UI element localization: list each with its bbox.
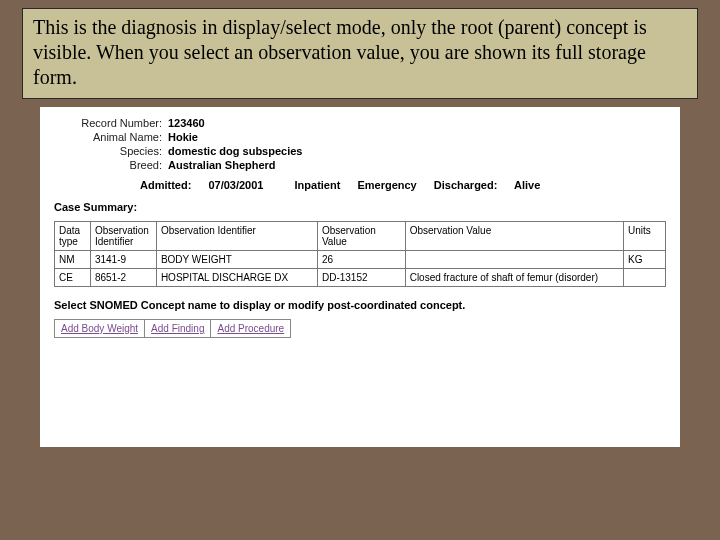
animal-name-label: Animal Name: — [60, 131, 168, 143]
post-coordination-instruction: Select SNOMED Concept name to display or… — [54, 299, 666, 311]
discharged-value: Alive — [514, 179, 540, 191]
caption-text: This is the diagnosis in display/select … — [33, 16, 647, 88]
add-body-weight-link[interactable]: Add Body Weight — [61, 323, 138, 334]
record-meta: Record Number: 123460 Animal Name: Hokie… — [60, 117, 666, 171]
col-header-data-type: Data type — [55, 222, 91, 251]
discharged-pair: Discharged: Alive — [434, 179, 555, 191]
cell-obs-id: 3141-9 — [90, 251, 156, 269]
cell-data-type: NM — [55, 251, 91, 269]
cell-obs-id-name: HOSPITAL DISCHARGE DX — [156, 269, 317, 287]
record-number-value: 123460 — [168, 117, 205, 129]
admitted-value: 07/03/2001 — [208, 179, 263, 191]
case-summary-heading: Case Summary: — [54, 201, 666, 213]
cell-obs-value-name[interactable]: Closed fracture of shaft of femur (disor… — [405, 269, 623, 287]
cell-obs-value[interactable]: 26 — [317, 251, 405, 269]
admitted-label: Admitted: — [140, 179, 191, 191]
cell-obs-value-name[interactable] — [405, 251, 623, 269]
meta-row-breed: Breed: Australian Shepherd — [60, 159, 666, 171]
cell-units: KG — [624, 251, 666, 269]
admitted-pair: Admitted: 07/03/2001 — [140, 179, 281, 191]
animal-name-value: Hokie — [168, 131, 198, 143]
col-header-obs-id: Observation Identifier — [90, 222, 156, 251]
emergency-flag: Emergency — [357, 179, 416, 191]
add-finding-link[interactable]: Add Finding — [151, 323, 204, 334]
table-header-row: Data type Observation Identifier Observa… — [55, 222, 666, 251]
observations-table: Data type Observation Identifier Observa… — [54, 221, 666, 287]
meta-row-record: Record Number: 123460 — [60, 117, 666, 129]
action-cell: Add Finding — [144, 320, 210, 337]
admission-line: Admitted: 07/03/2001 Inpatient Emergency… — [140, 179, 666, 191]
record-number-label: Record Number: — [60, 117, 168, 129]
species-value: domestic dog subspecies — [168, 145, 302, 157]
col-header-obs-value-name: Observation Value — [405, 222, 623, 251]
action-row: Add Body Weight Add Finding Add Procedur… — [54, 319, 291, 338]
observations-table-body: NM 3141-9 BODY WEIGHT 26 KG CE 8651-2 HO… — [55, 251, 666, 287]
action-cell: Add Procedure — [210, 320, 290, 337]
meta-row-species: Species: domestic dog subspecies — [60, 145, 666, 157]
cell-data-type: CE — [55, 269, 91, 287]
table-row[interactable]: CE 8651-2 HOSPITAL DISCHARGE DX DD-13152… — [55, 269, 666, 287]
cell-obs-id-name: BODY WEIGHT — [156, 251, 317, 269]
observations-table-head: Data type Observation Identifier Observa… — [55, 222, 666, 251]
breed-value: Australian Shepherd — [168, 159, 276, 171]
action-cell: Add Body Weight — [55, 320, 144, 337]
inpatient-flag: Inpatient — [295, 179, 341, 191]
meta-row-animal: Animal Name: Hokie — [60, 131, 666, 143]
caption-box: This is the diagnosis in display/select … — [22, 8, 698, 99]
species-label: Species: — [60, 145, 168, 157]
col-header-obs-id-name: Observation Identifier — [156, 222, 317, 251]
discharged-label: Discharged: — [434, 179, 498, 191]
breed-label: Breed: — [60, 159, 168, 171]
cell-units — [624, 269, 666, 287]
cell-obs-value[interactable]: DD-13152 — [317, 269, 405, 287]
record-panel: Record Number: 123460 Animal Name: Hokie… — [40, 107, 680, 447]
col-header-units: Units — [624, 222, 666, 251]
table-row[interactable]: NM 3141-9 BODY WEIGHT 26 KG — [55, 251, 666, 269]
cell-obs-id: 8651-2 — [90, 269, 156, 287]
col-header-obs-value: Observation Value — [317, 222, 405, 251]
add-procedure-link[interactable]: Add Procedure — [217, 323, 284, 334]
